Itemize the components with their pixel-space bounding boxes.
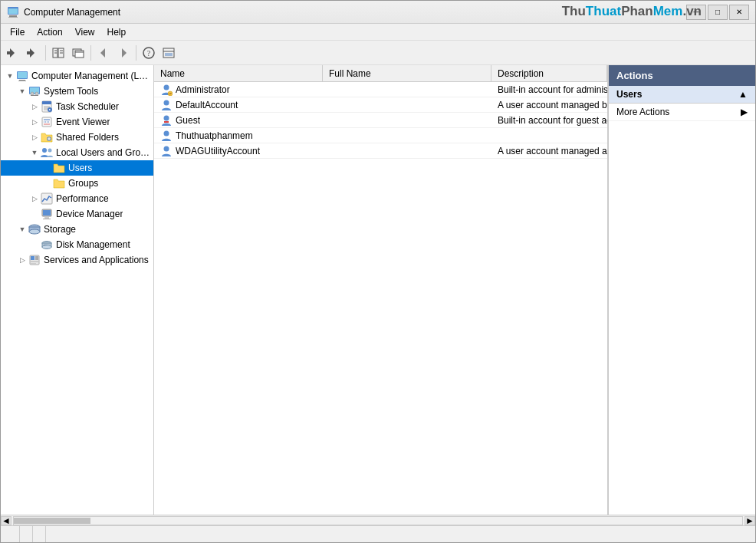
new-window-button[interactable]: [69, 44, 87, 62]
svg-rect-50: [43, 219, 51, 219]
sidebar-item-users-label: Users: [68, 163, 92, 173]
svg-point-65: [164, 100, 169, 105]
cell-fullname-guest: [323, 113, 491, 127]
back2-button[interactable]: [94, 44, 113, 62]
sidebar-item-event-viewer[interactable]: ▷ Event Viewer: [1, 114, 153, 130]
root-expander: ▼: [4, 70, 16, 82]
svg-rect-2: [8, 17, 18, 18]
svg-rect-23: [19, 80, 25, 81]
svg-rect-61: [31, 261, 38, 262]
more-actions-item[interactable]: More Actions ▶: [609, 104, 755, 121]
back-button[interactable]: [4, 44, 22, 62]
shared-folders-icon: [41, 131, 53, 143]
sidebar-item-system-tools-label: System Tools: [44, 86, 98, 97]
cell-desc-thuthuatphanmem: [491, 128, 607, 143]
forward-button[interactable]: [24, 44, 42, 62]
brand-phan: Phan: [621, 4, 653, 18]
svg-rect-49: [44, 217, 49, 219]
status-segment-2: [20, 526, 33, 542]
help-button[interactable]: ?: [140, 44, 158, 62]
sidebar-item-local-users-groups[interactable]: ▼ Local Users and Groups: [1, 145, 153, 160]
sidebar-item-groups-label: Groups: [68, 178, 98, 189]
svg-rect-1: [9, 15, 17, 17]
scroll-right-button[interactable]: ►: [744, 516, 755, 525]
cell-desc-wdagutilityaccount: A user account managed and use...: [491, 143, 607, 158]
system-tools-expander: ▼: [16, 85, 28, 97]
scroll-left-button[interactable]: ◄: [1, 516, 12, 525]
sidebar-item-shared-folders-label: Shared Folders: [56, 132, 119, 143]
sidebar-item-users[interactable]: Users: [1, 160, 153, 176]
event-viewer-icon: [41, 116, 53, 128]
sidebar-item-device-manager[interactable]: Device Manager: [1, 206, 153, 222]
sidebar-tree: ▼ Computer Management (Local ▼: [1, 65, 154, 515]
status-bar: [1, 525, 755, 542]
menu-help[interactable]: Help: [101, 25, 133, 39]
list-header: Name Full Name Description: [154, 65, 607, 82]
horizontal-scrollbar[interactable]: ◄ ►: [1, 515, 755, 525]
brand-watermark: ThuThuatPhanMem.vn: [562, 4, 702, 19]
sidebar-item-system-tools[interactable]: ▼ System Tools: [1, 84, 153, 99]
svg-rect-3: [8, 8, 18, 14]
sidebar-item-performance-label: Performance: [56, 193, 109, 204]
svg-text:?: ?: [147, 49, 151, 58]
svg-point-44: [42, 148, 47, 153]
show-hide-tree-button[interactable]: [49, 44, 67, 62]
sidebar-item-services-applications[interactable]: ▷ Services and Applications: [1, 252, 153, 268]
sidebar-item-shared-folders[interactable]: ▷ Shared Folders: [1, 130, 153, 145]
performance-expander: ▷: [28, 193, 41, 205]
actions-section-chevron: ▲: [738, 89, 748, 100]
col-header-description[interactable]: Description: [491, 65, 607, 81]
shared-folders-expander: ▷: [28, 131, 41, 143]
col-header-fullname[interactable]: Full Name: [323, 65, 491, 81]
table-row[interactable]: Administrator Built-in account for admin…: [154, 82, 607, 97]
svg-marker-15: [122, 48, 127, 58]
cell-desc-defaultaccount: A user account managed by the s...: [491, 97, 607, 112]
window-icon: [7, 6, 19, 18]
forward2-button[interactable]: [114, 44, 133, 62]
col-header-name[interactable]: Name: [154, 65, 323, 81]
cell-fullname-administrator: [323, 82, 491, 97]
sidebar-item-performance[interactable]: ▷ Performance: [1, 191, 153, 206]
more-actions-arrow: ▶: [741, 107, 748, 117]
tree-root[interactable]: ▼ Computer Management (Local: [1, 68, 153, 84]
cell-name-thuthuatphanmem: Thuthuatphanmem: [154, 128, 323, 143]
main-content: ▼ Computer Management (Local ▼: [1, 65, 755, 515]
actions-section-users[interactable]: Users ▲: [609, 86, 755, 104]
users-expander: [41, 162, 53, 174]
close-button[interactable]: ✕: [729, 5, 749, 20]
table-row[interactable]: DefaultAccount A user account managed by…: [154, 97, 607, 113]
list-view: Name Full Name Description: [154, 65, 608, 515]
menu-file[interactable]: File: [4, 25, 31, 39]
sidebar-item-storage[interactable]: ▼ Storage: [1, 222, 153, 237]
svg-rect-24: [18, 81, 26, 81]
sidebar-item-groups[interactable]: Groups: [1, 176, 153, 191]
extra-button[interactable]: [159, 44, 178, 62]
local-users-groups-icon: [41, 146, 53, 159]
brand-mem: Mem: [653, 4, 683, 18]
services-expander: ▷: [16, 254, 28, 266]
table-row[interactable]: WDAGUtilityAccount A user account manage…: [154, 143, 607, 159]
svg-point-68: [164, 130, 169, 136]
system-tools-icon: [28, 85, 41, 97]
svg-rect-57: [44, 245, 47, 245]
menu-view[interactable]: View: [69, 25, 101, 39]
menu-bar: File Action View Help: [1, 24, 755, 41]
sidebar-item-storage-label: Storage: [44, 224, 76, 235]
sidebar-item-disk-management[interactable]: Disk Management: [1, 237, 153, 252]
table-row[interactable]: Guest Built-in account for guest access …: [154, 113, 607, 128]
table-row[interactable]: Thuthuatphanmem: [154, 128, 607, 143]
menu-action[interactable]: Action: [31, 25, 68, 39]
scroll-thumb: [14, 518, 90, 524]
maximize-button[interactable]: □: [708, 5, 728, 20]
cell-fullname-wdagutilityaccount: [323, 143, 491, 158]
cell-name-guest: Guest: [154, 113, 323, 127]
scroll-track[interactable]: [13, 516, 743, 525]
title-bar: Computer Management ThuThuatPhanMem.vn ─…: [1, 1, 755, 24]
svg-rect-20: [165, 53, 173, 56]
cell-fullname-defaultaccount: [323, 97, 491, 112]
sidebar-item-event-viewer-label: Event Viewer: [56, 117, 110, 127]
sidebar-item-task-scheduler-label: Task Scheduler: [56, 101, 119, 112]
main-window: Computer Management ThuThuatPhanMem.vn ─…: [0, 0, 756, 543]
toolbar-sep-2: [90, 45, 91, 61]
sidebar-item-task-scheduler[interactable]: ▷ Task Scheduler: [1, 99, 153, 114]
